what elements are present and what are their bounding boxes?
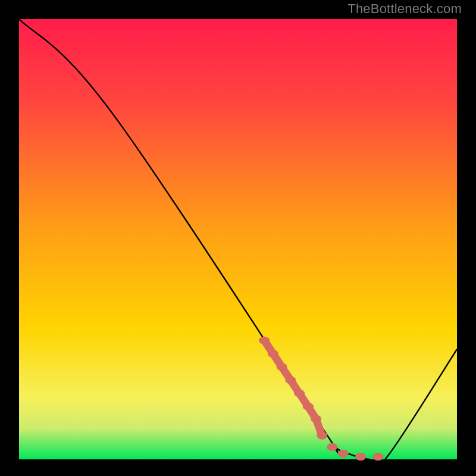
chart-container: { "watermark": "TheBottleneck.com", "cha… bbox=[0, 0, 476, 476]
marker-dot bbox=[311, 415, 321, 422]
marker-dot bbox=[294, 390, 305, 397]
marker-dot bbox=[277, 363, 287, 371]
chart-svg bbox=[0, 0, 476, 476]
marker-dot bbox=[317, 432, 327, 440]
watermark-text: TheBottleneck.com bbox=[347, 1, 462, 17]
plot-area bbox=[19, 19, 457, 459]
marker-dot bbox=[285, 376, 296, 384]
marker-dot bbox=[338, 450, 349, 458]
marker-dot bbox=[373, 453, 384, 461]
marker-dot bbox=[259, 337, 270, 345]
marker-dot bbox=[268, 350, 278, 358]
marker-dot bbox=[355, 453, 366, 461]
marker-dot bbox=[327, 443, 337, 451]
marker-dot bbox=[303, 403, 314, 411]
